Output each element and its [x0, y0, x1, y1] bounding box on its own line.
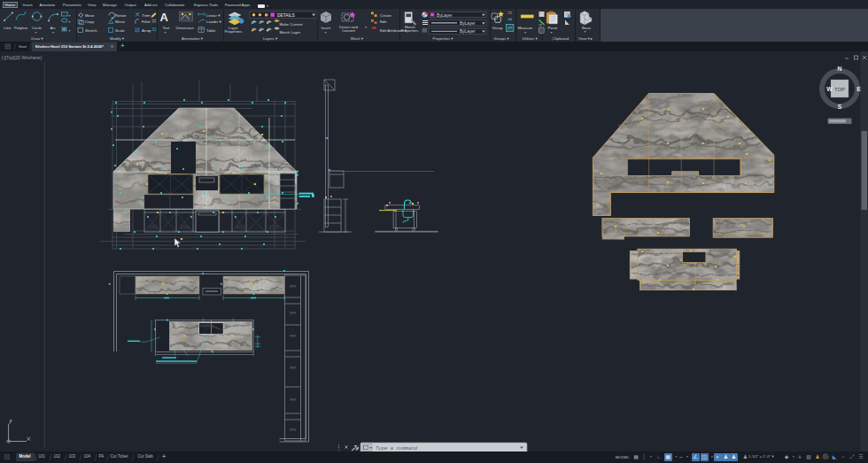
svg-text:DETAILS: DETAILS	[277, 13, 295, 18]
svg-text:E: E	[856, 86, 861, 92]
svg-text:ByLayer: ByLayer	[460, 21, 476, 26]
svg-text:ByLayer: ByLayer	[460, 29, 476, 34]
svg-text:A: A	[160, 11, 169, 24]
svg-text:[-][Top][2D Wireframe]: [-][Top][2D Wireframe]	[2, 56, 42, 60]
svg-text:Type a command: Type a command	[376, 445, 418, 451]
svg-text:ByLayer: ByLayer	[437, 13, 453, 18]
svg-text:S: S	[838, 104, 842, 110]
svg-text:N: N	[838, 66, 842, 72]
svg-text:TOP: TOP	[834, 87, 845, 92]
svg-text:W: W	[826, 86, 833, 92]
